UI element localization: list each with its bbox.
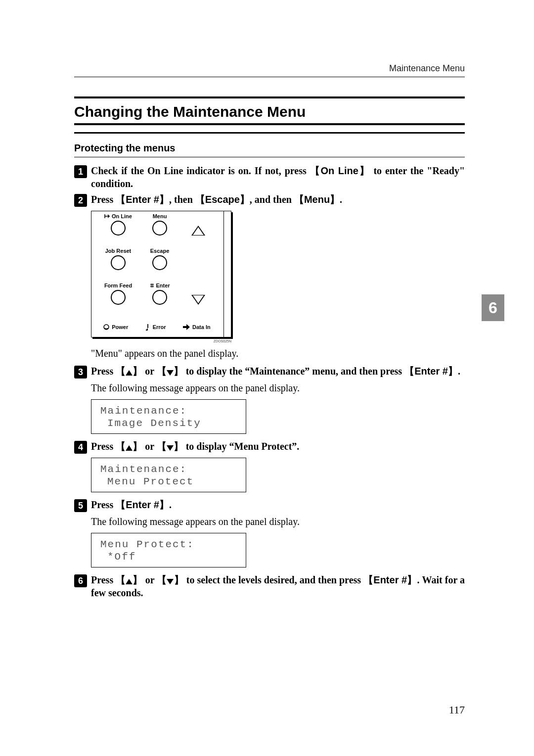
lcd2-line2: Menu Protect (100, 475, 240, 488)
step-2-b: , then (169, 194, 195, 205)
step-6-text: Press 【】 or 【】 to select the levels desi… (91, 573, 465, 599)
page-number: 117 (449, 704, 465, 716)
lcd1-line2: Image Density (100, 417, 240, 429)
page: Maintenance Menu Changing the Maintenanc… (0, 0, 534, 756)
step-3-d: . (458, 366, 460, 377)
panel-btn-online: On Line (95, 213, 141, 248)
hash-icon (149, 283, 154, 288)
step-number-icon: 1 (74, 165, 87, 178)
key-escape: Escape (205, 194, 240, 205)
triangle-up-icon (191, 226, 205, 236)
step-4-a: Press (91, 441, 116, 452)
lcd3-line2: *Off (100, 551, 240, 563)
panel-btn-menu: Menu (141, 213, 178, 248)
panel-btn-enter: Enter (141, 283, 178, 317)
heading-block: Changing the Maintenance Menu Protecting… (74, 96, 465, 157)
lcd1-line1: Maintenance: (100, 405, 187, 417)
step-4: 4 Press 【】 or 【】 to display “Menu Protec… (74, 440, 465, 454)
control-panel-grid: On Line Menu Job Reset Escape Form Feed (91, 211, 218, 337)
running-head: Maintenance Menu (74, 63, 465, 74)
triangle-down-icon (167, 370, 174, 376)
lcd-display-3: Menu Protect: *Off (91, 533, 246, 567)
control-panel-diagram: On Line Menu Job Reset Escape Form Feed (91, 211, 231, 337)
panel-diagram-code: ZDOS025N (91, 339, 231, 343)
key-online: On Line (320, 165, 358, 176)
panel-btn-escape: Escape (141, 248, 178, 283)
step-3-b: or (142, 366, 157, 377)
power-icon (103, 324, 110, 331)
running-head-rule (74, 77, 465, 77)
step-1: 1 Check if the On Line indicator is on. … (74, 164, 465, 190)
step-number-icon: 4 (74, 441, 87, 454)
triangle-down-icon (167, 579, 174, 584)
triangle-up-icon (126, 370, 133, 376)
key-enter: Enter # (373, 574, 407, 585)
button-ring-icon (152, 290, 167, 305)
triangle-up-icon (126, 445, 133, 451)
step-4-text: Press 【】 or 【】 to display “Menu Protect”… (91, 440, 299, 453)
lcd3-line1: Menu Protect: (100, 539, 194, 550)
step-1-text: Check if the On Line indicator is on. If… (91, 164, 465, 190)
step-number-icon: 5 (74, 499, 87, 512)
step-3-text: Press 【】 or 【】 to display the “Maintenan… (91, 365, 460, 378)
panel-btn-formfeed: Form Feed (95, 283, 141, 317)
panel-indicator-row: Power Error Data In (95, 317, 218, 337)
step-6-a: Press (91, 574, 116, 585)
step-6-c: to select the levels desired, and then p… (184, 574, 364, 585)
lcd-display-2: Maintenance: Menu Protect (91, 458, 246, 492)
panel-label-enter: Enter (156, 283, 170, 288)
step-2: 2 Press 【Enter #】, then 【Escape】, and th… (74, 193, 465, 207)
panel-label-escape: Escape (150, 248, 170, 254)
panel-label-power: Power (112, 324, 128, 330)
step-5-text: Press 【Enter #】. (91, 498, 172, 511)
heading-2: Changing the Maintenance Menu (74, 98, 465, 123)
step-5: 5 Press 【Enter #】. (74, 498, 465, 512)
rule-thick-bottom (74, 123, 465, 125)
panel-label-menu: Menu (153, 213, 167, 219)
button-ring-icon (152, 255, 167, 270)
step-5-b: . (169, 499, 172, 510)
step-2-d: . (340, 194, 342, 205)
panel-btn-jobreset: Job Reset (95, 248, 141, 283)
lcd2-line1: Maintenance: (100, 464, 187, 475)
step-5-a: Press (91, 499, 116, 510)
panel-blank-mid (178, 248, 218, 283)
key-enter: Enter # (126, 499, 159, 510)
triangle-down-icon (191, 295, 205, 305)
step-6: 6 Press 【】 or 【】 to select the levels de… (74, 573, 465, 599)
key-enter: Enter # (126, 194, 159, 205)
step-2-a: Press (91, 194, 116, 205)
button-ring-icon (111, 221, 126, 236)
step-2-c: , and then (250, 194, 294, 205)
step-number-icon: 3 (74, 366, 87, 378)
body-after-panel: "Menu" appears on the panel display. (91, 347, 465, 360)
datain-icon (182, 324, 190, 331)
panel-btn-up (178, 213, 218, 248)
step-3-c: to display the “Maintenance” menu, and t… (183, 366, 404, 377)
button-ring-icon (111, 290, 126, 305)
rule-thin (74, 157, 465, 157)
step-4-b: or (142, 441, 157, 452)
heading-3: Protecting the menus (74, 134, 465, 157)
panel-label-formfeed: Form Feed (104, 283, 132, 288)
step-number-icon: 2 (74, 194, 87, 207)
triangle-down-icon (167, 445, 174, 451)
panel-label-datain: Data In (192, 324, 211, 330)
step-6-b: or (143, 574, 157, 585)
key-enter: Enter # (414, 366, 448, 377)
panel-side-strip (223, 211, 231, 337)
triangle-up-icon (126, 579, 133, 584)
step-4-c: to display “Menu Protect”. (183, 441, 300, 452)
button-ring-icon (152, 221, 167, 236)
panel-label-online: On Line (112, 213, 132, 219)
body-after-step3: The following message appears on the pan… (91, 381, 465, 394)
step-number-icon: 6 (74, 574, 87, 587)
panel-btn-down (178, 283, 218, 317)
step-1-a: Check if the On Line indicator is on. If… (91, 165, 310, 176)
step-2-text: Press 【Enter #】, then 【Escape】, and then… (91, 193, 342, 206)
online-arrow-icon (104, 214, 110, 219)
error-icon (145, 324, 151, 331)
panel-label-jobreset: Job Reset (105, 248, 132, 254)
lcd-display-1: Maintenance: Image Density (91, 399, 246, 434)
body-after-step5: The following message appears on the pan… (91, 515, 465, 528)
